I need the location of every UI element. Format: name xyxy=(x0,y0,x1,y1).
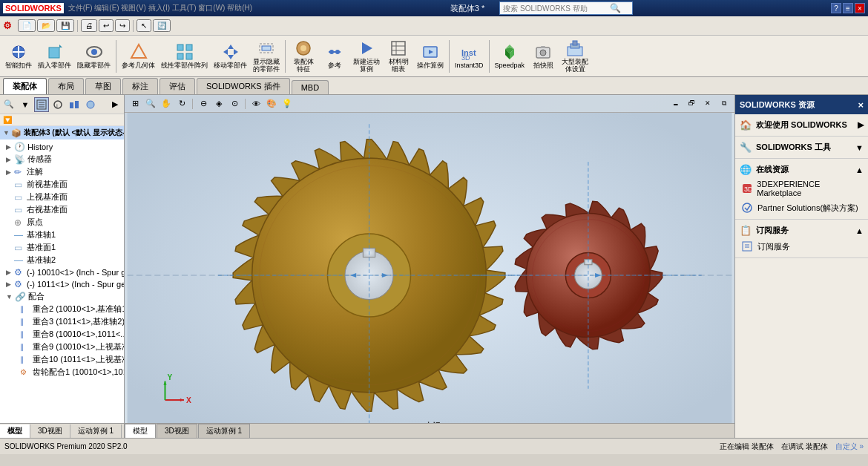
tree-item-mate5[interactable]: ▶ ∥ 重合10 (1011<1>,上视基准 xyxy=(0,353,124,366)
lp-filter-btn[interactable]: 🔍 xyxy=(1,97,16,112)
svg-rect-24 xyxy=(392,42,405,55)
tree-item-gear2[interactable]: ▶ ⚙ (-) 1011<1> (Inch - Spur gear xyxy=(0,278,124,290)
lp-tab-model[interactable]: 模型 xyxy=(0,424,30,438)
title-controls[interactable]: ? ≡ × xyxy=(831,3,865,13)
tree-item-front-plane[interactable]: ▶ ▭ 前视基准面 xyxy=(0,178,124,191)
new-file-btn[interactable]: 📄 xyxy=(18,19,36,32)
assembly-feature-btn[interactable]: 装配体特征 xyxy=(289,38,318,75)
tree-item-origin[interactable]: ▶ ⊕ 原点 xyxy=(0,216,124,229)
tree-item-sensors[interactable]: ▶ 📡 传感器 xyxy=(0,153,124,165)
rp-partner-item[interactable]: Partner Solutions(解决方案) xyxy=(740,200,864,216)
rp-tools-label-wrap: 🔧 SOLIDWORKS 工具 xyxy=(740,142,831,153)
rp-section-online-header[interactable]: 🌐 在线资源 ▲ xyxy=(740,162,864,177)
lp-tab-motion[interactable]: 运动算例 1 xyxy=(70,424,122,438)
operate-example-icon xyxy=(421,43,439,61)
search-input[interactable] xyxy=(503,4,607,13)
feature-tree: ▶ 🕐 History ▶ 📡 传感器 ▶ ✏ 注解 ▶ ▭ 前视基准面 xyxy=(0,140,124,423)
rotate-btn[interactable]: ↻ xyxy=(174,97,189,111)
lp-featuremgr-btn[interactable] xyxy=(34,97,49,112)
lighting-btn[interactable]: 💡 xyxy=(280,97,295,111)
tab-mbd[interactable]: MBD xyxy=(292,80,329,94)
pan-btn[interactable]: ✋ xyxy=(159,97,174,111)
lp-more-btn[interactable]: ▶ xyxy=(108,97,122,112)
svg-marker-23 xyxy=(362,42,372,54)
tab-annotation[interactable]: 标注 xyxy=(122,78,158,94)
hide-btn[interactable]: 👁 xyxy=(249,97,263,111)
section-view-btn[interactable]: ⊖ xyxy=(196,97,211,111)
tab-sketch[interactable]: 草图 xyxy=(85,78,121,94)
lp-tab-3dview[interactable]: 3D视图 xyxy=(30,424,70,438)
snapshot-btn[interactable]: 拍快照 xyxy=(528,38,558,75)
display-style-btn[interactable]: ◈ xyxy=(211,97,226,111)
operate-example-btn[interactable]: 操作算例 xyxy=(415,38,446,75)
large-assembly-btn[interactable]: 大型装配体设置 xyxy=(559,38,591,75)
tree-item-axis1[interactable]: ▶ — 基准轴1 xyxy=(0,229,124,241)
vp-minimize-btn[interactable]: 🗕 xyxy=(668,96,683,110)
lp-confmgr-btn[interactable] xyxy=(67,97,82,112)
view-orient-btn[interactable]: ⊙ xyxy=(227,97,242,111)
hide-show-btn[interactable]: 隐藏零部件 xyxy=(75,38,113,75)
tab-sw-plugin[interactable]: SOLIDWORKS 插件 xyxy=(197,78,290,94)
annotations-expand: ▶ xyxy=(6,168,12,176)
instant3d-btn[interactable]: Inst3D Instant3D xyxy=(453,38,486,75)
help-button[interactable]: ≡ xyxy=(843,3,853,13)
vp-maximize-btn[interactable]: 🗗 xyxy=(684,96,699,110)
tree-item-annotations[interactable]: ▶ ✏ 注解 xyxy=(0,165,124,178)
reference-label: 参考 xyxy=(328,62,341,70)
tab-evaluate[interactable]: 评估 xyxy=(160,78,195,94)
show-hidden-btn[interactable]: 显示隐藏的零部件 xyxy=(251,38,282,75)
save-btn[interactable]: 💾 xyxy=(56,19,74,32)
tree-item-top-plane[interactable]: ▶ ▭ 上视基准面 xyxy=(0,191,124,203)
redo-btn[interactable]: ↪ xyxy=(115,19,130,32)
linear-pattern-btn[interactable]: 线性零部件阵列 xyxy=(159,38,210,75)
move-component-btn[interactable]: 移动零部件 xyxy=(211,38,249,75)
color-btn[interactable]: 🎨 xyxy=(264,97,279,111)
rp-section-sub-header[interactable]: 📋 订阅服务 ▲ xyxy=(740,223,864,238)
smart-fastener-btn[interactable]: 智能扣件 xyxy=(3,38,34,75)
tree-item-plane1[interactable]: ▶ ▭ 基准面1 xyxy=(0,241,124,254)
tree-item-mates[interactable]: ▼ 🔗 配合 xyxy=(0,290,124,303)
undo-btn[interactable]: ↩ xyxy=(99,19,114,32)
lp-collapse-btn[interactable]: ▼ xyxy=(18,97,33,112)
tab-layout[interactable]: 布局 xyxy=(48,78,84,94)
rp-section-welcome-header[interactable]: 🏠 欢迎使用 SOLIDWORKS ▶ xyxy=(740,117,864,133)
print-btn[interactable]: 🖨 xyxy=(81,19,97,32)
right-panel-close-btn[interactable]: × xyxy=(858,99,864,111)
vp-tab-3dview[interactable]: 3D视图 xyxy=(157,424,197,438)
rp-sub-item[interactable]: 订阅服务 xyxy=(740,238,864,255)
select-btn[interactable]: ↖ xyxy=(137,19,151,32)
tree-item-history[interactable]: ▶ 🕐 History xyxy=(0,141,124,153)
tree-item-mate-gear[interactable]: ▶ ⚙ 齿轮配合1 (10010<1>,1011 xyxy=(0,366,124,378)
vp-tab-model[interactable]: 模型 xyxy=(125,424,156,438)
close-button[interactable]: × xyxy=(855,3,865,13)
zoom-in-btn[interactable]: 🔍 xyxy=(143,97,158,111)
vp-float-btn[interactable]: ⧉ xyxy=(717,96,731,110)
vp-close-btn[interactable]: ✕ xyxy=(700,96,715,110)
tree-item-axis2[interactable]: ▶ — 基准轴2 xyxy=(0,254,124,266)
rp-section-tools-header[interactable]: 🔧 SOLIDWORKS 工具 ▼ xyxy=(740,140,864,155)
zoom-fit-btn[interactable]: ⊞ xyxy=(128,97,142,111)
tree-item-right-plane[interactable]: ▶ ▭ 右视基准面 xyxy=(0,203,124,216)
bom-btn[interactable]: 材料明细表 xyxy=(384,38,413,75)
minimize-button[interactable]: ? xyxy=(831,3,841,13)
tree-item-mate4[interactable]: ▶ ∥ 重合9 (10010<1>,上视基准 xyxy=(0,341,124,353)
reference-btn[interactable]: 参考 xyxy=(320,38,349,75)
speedpak-btn[interactable]: Speedpak xyxy=(493,38,527,75)
tree-item-mate1[interactable]: ▶ ∥ 重合2 (10010<1>,基准轴1) xyxy=(0,303,124,315)
tab-assembly[interactable]: 装配体 xyxy=(3,78,47,94)
tree-item-mate2[interactable]: ▶ ∥ 重合3 (1011<1>,基准轴2) xyxy=(0,315,124,328)
insert-component-btn[interactable]: 插入零部件 xyxy=(36,38,73,75)
lp-propmgr-btn[interactable]: i xyxy=(50,97,65,112)
open-file-btn[interactable]: 📂 xyxy=(37,19,55,32)
new-motion-btn[interactable]: 新建运动算例 xyxy=(351,38,382,75)
lp-displmgr-btn[interactable] xyxy=(83,97,98,112)
status-customize[interactable]: 自定义 » xyxy=(835,442,864,452)
ref-geometry-btn[interactable]: 参考几何体 xyxy=(119,38,157,75)
rebuild-btn[interactable]: 🔄 xyxy=(153,19,171,32)
vp-tab-motion1[interactable]: 运动算例 1 xyxy=(198,424,250,438)
tree-item-mate3[interactable]: ▶ ∥ 重合8 (10010<1>,1011<...> xyxy=(0,328,124,341)
tree-item-gear1[interactable]: ▶ ⚙ (-) 10010<1> (Inch - Spur gear xyxy=(0,266,124,278)
search-bar[interactable]: 🔍 xyxy=(499,1,633,15)
tree-header[interactable]: ▼ 📦 装配体3 (默认 <默认 显示状态-1>) xyxy=(0,126,124,140)
rp-marketplace-item[interactable]: 3D 3DEXPERIENCE Marketplace xyxy=(740,177,864,200)
